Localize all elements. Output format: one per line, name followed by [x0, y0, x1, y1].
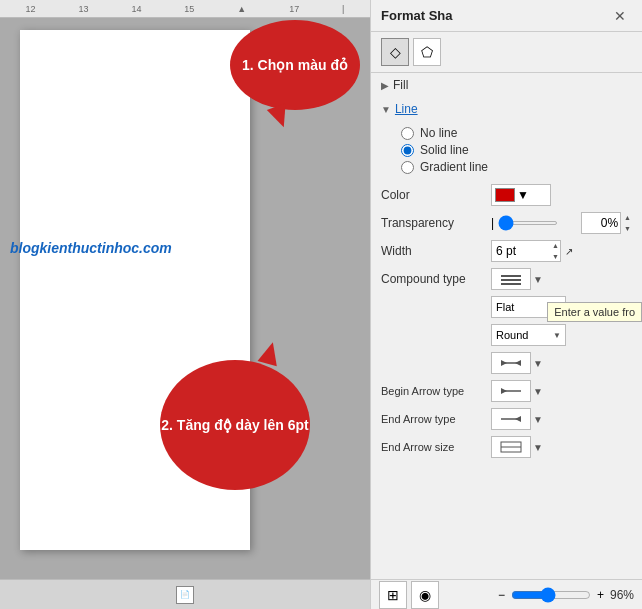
color-picker-button[interactable]: ▼	[491, 184, 551, 206]
zoom-slider[interactable]	[511, 587, 591, 603]
flat-dropdown-label: Flat	[496, 301, 514, 313]
panel-bottom-toolbar: ⊞ ◉ − + 96%	[371, 579, 642, 609]
end-arrow-type-label: End Arrow type	[381, 413, 491, 425]
zoom-percentage: 96%	[610, 588, 634, 602]
view-button-2[interactable]: ◉	[411, 581, 439, 609]
watermark-text: blogkienthuctinhoc.com	[10, 240, 172, 256]
transparency-control: | ▲ ▼	[491, 212, 632, 234]
begin-arrow-icon	[499, 355, 523, 371]
solid-line-option[interactable]: Solid line	[401, 143, 622, 157]
transparency-down-arrow[interactable]: ▼	[623, 223, 632, 234]
callout-1: 1. Chọn màu đỏ	[230, 20, 360, 110]
gradient-line-label: Gradient line	[420, 160, 488, 174]
transparency-spin-arrows: ▲ ▼	[623, 212, 632, 234]
transparency-up-arrow[interactable]: ▲	[623, 212, 632, 223]
end-arrow-size-label: End Arrow size	[381, 441, 491, 453]
no-line-label: No line	[420, 126, 457, 140]
round-dropdown-icon: ▼	[553, 331, 561, 340]
tooltip-box: Enter a value fro	[547, 302, 642, 322]
line-section-header[interactable]: ▼ Line	[371, 97, 642, 121]
pentagon-icon-button[interactable]: ⬠	[413, 38, 441, 66]
color-label: Color	[381, 188, 491, 202]
panel-content: ▶ Fill ▼ Line No line Solid line Gradien…	[371, 73, 642, 609]
svg-marker-4	[501, 360, 507, 366]
svg-marker-5	[515, 360, 521, 366]
width-down-arrow[interactable]: ▼	[551, 251, 560, 262]
transparency-slider-left: |	[491, 216, 494, 230]
round-dropdown[interactable]: Round ▼	[491, 324, 566, 346]
panel-header: Format Sha ✕	[371, 0, 642, 32]
fill-section-label: Fill	[393, 78, 408, 92]
panel-icon-row: ◇ ⬠	[371, 32, 642, 73]
callout-1-text: 1. Chọn màu đỏ	[242, 57, 348, 73]
round-control: Round ▼	[491, 324, 632, 346]
transparency-input[interactable]	[581, 212, 621, 234]
round-row: Round ▼	[371, 321, 642, 349]
zoom-minus-icon[interactable]: −	[498, 588, 505, 602]
line-type-radio-group: No line Solid line Gradient line	[371, 121, 642, 181]
end-arrow-size-row: End Arrow size ▼	[371, 433, 642, 461]
ruler-marks: 12 13 14 15 ▲ 17 |	[4, 4, 366, 14]
panel-close-button[interactable]: ✕	[608, 6, 632, 26]
transparency-slider-container: |	[491, 216, 579, 230]
panel-title: Format Sha	[381, 8, 453, 23]
gradient-line-radio[interactable]	[401, 161, 414, 174]
cursor-indicator: ↗	[565, 246, 573, 257]
begin-arrow-type-control: ▼	[491, 380, 632, 402]
document-area: 12 13 14 15 ▲ 17 | blogkienthuctinhoc.co…	[0, 0, 370, 609]
width-up-arrow[interactable]: ▲	[551, 240, 560, 251]
arrow-icon-row-1: ▼	[371, 349, 642, 377]
width-spin-input: ▲ ▼	[491, 240, 561, 262]
line-section-label: Line	[395, 102, 418, 116]
bottom-right-controls: − + 96%	[498, 587, 634, 603]
color-swatch	[495, 188, 515, 202]
fill-section-header[interactable]: ▶ Fill	[371, 73, 642, 97]
end-arrow-type-button[interactable]	[491, 408, 531, 430]
begin-arrow-dropdown-arrow: ▼	[533, 358, 543, 369]
arrow-icon-1-control: ▼	[491, 352, 632, 374]
bottom-left-controls: ⊞ ◉	[379, 581, 439, 609]
solid-line-radio[interactable]	[401, 144, 414, 157]
callout-2: 2. Tăng độ dày lên 6pt	[160, 360, 310, 490]
end-arrow-size-control: ▼	[491, 436, 632, 458]
svg-marker-9	[515, 416, 521, 422]
transparency-row: Transparency | ▲ ▼	[371, 209, 642, 237]
no-line-radio[interactable]	[401, 127, 414, 140]
width-row: Width ▲ ▼ ↗	[371, 237, 642, 265]
width-spin-arrows: ▲ ▼	[551, 240, 560, 262]
line-arrow-icon: ▼	[381, 104, 391, 115]
solid-line-label: Solid line	[420, 143, 469, 157]
begin-arrow-type-button[interactable]	[491, 352, 531, 374]
zoom-plus-icon[interactable]: +	[597, 588, 604, 602]
color-dropdown-arrow: ▼	[517, 188, 529, 202]
end-arrow-type-control: ▼	[491, 408, 632, 430]
svg-rect-0	[501, 275, 521, 277]
end-arrow-type-icon	[499, 411, 523, 427]
svg-marker-7	[501, 388, 507, 394]
width-control: ▲ ▼ ↗	[491, 240, 632, 262]
begin-arrow-icon-2	[499, 383, 523, 399]
transparency-slider[interactable]	[498, 221, 558, 225]
page-icon: 📄	[176, 586, 194, 604]
no-line-option[interactable]: No line	[401, 126, 622, 140]
compound-type-label: Compound type	[381, 272, 491, 286]
format-shape-panel: Format Sha ✕ ◇ ⬠ ▶ Fill ▼ Line No line S…	[370, 0, 642, 609]
width-label: Width	[381, 244, 491, 258]
fill-arrow-icon: ▶	[381, 80, 389, 91]
compound-type-row: Compound type ▼	[371, 265, 642, 293]
end-arrow-size-button[interactable]	[491, 436, 531, 458]
width-input-field[interactable]	[496, 244, 551, 258]
compound-type-control: ▼	[491, 268, 632, 290]
compound-type-dropdown-arrow: ▼	[533, 274, 543, 285]
shape-icon-button[interactable]: ◇	[381, 38, 409, 66]
begin-arrow-label-row: Begin Arrow type ▼	[371, 377, 642, 405]
begin-arrow-icon-btn[interactable]	[491, 380, 531, 402]
transparency-label: Transparency	[381, 216, 491, 230]
view-button-1[interactable]: ⊞	[379, 581, 407, 609]
end-arrow-type-row: End Arrow type ▼	[371, 405, 642, 433]
svg-rect-1	[501, 279, 521, 281]
gradient-line-option[interactable]: Gradient line	[401, 160, 622, 174]
end-arrow-size-icon	[499, 439, 523, 455]
doc-status-bar: 📄	[0, 579, 370, 609]
compound-type-button[interactable]	[491, 268, 531, 290]
